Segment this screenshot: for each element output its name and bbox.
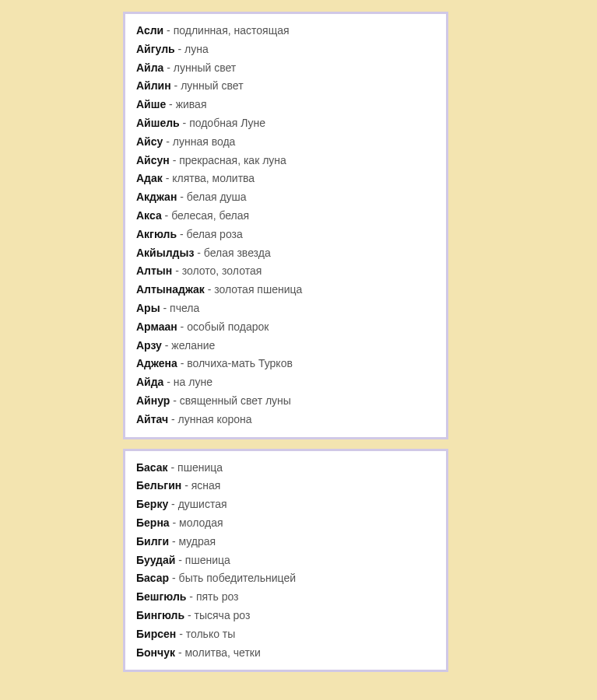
name-entry: Айше - живая (136, 96, 435, 114)
entry-meaning: пшеница (177, 461, 223, 474)
name-entry: Алтынаджак - золотая пшеница (136, 281, 435, 299)
entry-name: Буудай (136, 554, 175, 566)
entry-name: Берна (136, 516, 170, 529)
entry-meaning: живая (176, 98, 207, 110)
entry-name: Берку (136, 498, 168, 510)
entry-name: Айгуль (136, 43, 175, 55)
entry-meaning: волчиха-мать Турков (187, 357, 293, 369)
name-entry: Акгюль - белая роза (136, 226, 435, 244)
entry-separator: - (175, 646, 184, 659)
entry-name: Акджан (136, 191, 177, 203)
entry-meaning: священный свет луны (180, 394, 291, 407)
entry-separator: - (205, 283, 214, 296)
entry-separator: - (181, 479, 191, 492)
name-entry: Асли - подлинная, настоящая (136, 22, 435, 40)
entry-name: Алтын (136, 264, 172, 277)
entry-meaning: лунный свет (181, 79, 243, 92)
entry-separator: - (163, 61, 173, 74)
entry-separator: - (184, 609, 194, 621)
entry-meaning: белая звезда (204, 247, 271, 259)
entry-separator: - (168, 413, 177, 425)
entry-meaning: желание (171, 339, 215, 352)
entry-name: Асли (136, 24, 163, 37)
name-entry: Акса - белесая, белая (136, 207, 435, 226)
entry-meaning: лунный свет (174, 61, 236, 74)
name-entry: Бирсен - только ты (136, 625, 435, 644)
entry-name: Басар (136, 572, 169, 584)
entry-separator: - (177, 228, 186, 240)
entry-name: Айшель (136, 117, 180, 129)
entry-name: Бешгюль (136, 590, 186, 603)
entry-separator: - (166, 98, 175, 110)
entry-meaning: мудрая (178, 535, 216, 548)
entry-meaning: лунная корона (178, 413, 252, 425)
name-entry: Айсун - прекрасная, как луна (136, 152, 435, 170)
entry-name: Бончук (136, 646, 175, 659)
entry-name: Айнур (136, 394, 170, 407)
entry-meaning: на луне (174, 376, 212, 388)
entry-separator: - (170, 394, 179, 407)
entry-name: Аджена (136, 357, 177, 369)
name-entry: Армаан - особый подарок (136, 318, 435, 337)
name-entry: Арзу - желание (136, 337, 435, 355)
entry-separator: - (170, 516, 179, 529)
entry-name: Арзу (136, 339, 162, 352)
name-entry: Бингюль - тысяча роз (136, 607, 435, 625)
entry-name: Бельгин (136, 479, 181, 492)
entry-name: Айтач (136, 413, 168, 425)
entry-separator: - (163, 135, 172, 148)
entry-name: Бингюль (136, 609, 184, 621)
entry-name: Басак (136, 461, 168, 474)
name-entry: Ары - пчела (136, 299, 435, 318)
name-entry: Адак - клятва, молитва (136, 170, 435, 188)
entry-name: Айла (136, 61, 163, 74)
name-entry: Аджена - волчиха-мать Турков (136, 355, 435, 373)
name-entry: Айла - лунный свет (136, 59, 435, 78)
entry-name: Ары (136, 302, 160, 314)
name-entry: Айнур - священный свет луны (136, 392, 435, 411)
name-entry: Акйылдыз - белая звезда (136, 244, 435, 263)
entry-meaning: быть победительницей (179, 572, 296, 584)
entry-meaning: прекрасная, как луна (179, 154, 286, 166)
entry-separator: - (170, 154, 179, 166)
entry-meaning: подлинная, настоящая (174, 24, 290, 37)
entry-meaning: молитва, четки (184, 646, 260, 659)
entry-name: Адак (136, 172, 163, 184)
entry-meaning: душистая (178, 498, 227, 510)
entry-name: Айсун (136, 154, 170, 166)
entry-separator: - (177, 191, 186, 203)
entry-separator: - (175, 43, 184, 55)
entry-meaning: белая душа (187, 191, 247, 203)
name-entry: Айтач - лунная корона (136, 411, 435, 429)
entry-meaning: белесая, белая (171, 209, 249, 222)
names-panel: Асли - подлинная, настоящаяАйгуль - луна… (123, 12, 448, 439)
entry-meaning: ясная (191, 479, 221, 492)
name-entry: Буудай - пшеница (136, 551, 435, 570)
entry-meaning: подобная Луне (189, 117, 265, 129)
names-panel: Басак - пшеницаБельгин - яснаяБерку - ду… (123, 449, 448, 673)
name-entry: Алтын - золото, золотая (136, 262, 435, 281)
entry-name: Акса (136, 209, 162, 222)
entry-separator: - (160, 302, 170, 314)
entry-name: Армаан (136, 320, 177, 333)
entry-meaning: только ты (186, 628, 236, 640)
entry-name: Айсу (136, 135, 163, 148)
name-entry: Бельгин - ясная (136, 477, 435, 495)
entry-meaning: золотая пшеница (214, 283, 302, 296)
entry-separator: - (194, 247, 203, 259)
entry-meaning: золото, золотая (182, 264, 262, 277)
name-entry: Акджан - белая душа (136, 188, 435, 207)
entry-separator: - (163, 376, 173, 388)
entry-separator: - (163, 172, 172, 184)
name-entry: Бончук - молитва, четки (136, 644, 435, 663)
entry-separator: - (169, 535, 178, 548)
name-entry: Айгуль - луна (136, 40, 435, 59)
entry-separator: - (180, 117, 189, 129)
name-entry: Басар - быть победительницей (136, 569, 435, 588)
entry-separator: - (169, 572, 178, 584)
entry-name: Акгюль (136, 228, 177, 240)
entry-name: Акйылдыз (136, 247, 194, 259)
entry-separator: - (175, 554, 184, 566)
entry-meaning: клятва, молитва (172, 172, 255, 184)
entry-meaning: луна (184, 43, 209, 55)
